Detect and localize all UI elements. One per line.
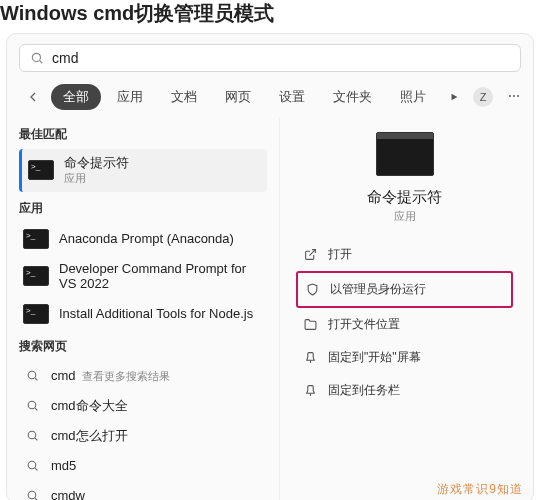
action-pin-start[interactable]: 固定到"开始"屏幕 [296,341,513,374]
open-icon [302,247,318,263]
pin-icon [302,383,318,399]
search-icon [30,51,44,65]
search-icon [23,397,41,415]
action-pin-taskbar[interactable]: 固定到任务栏 [296,374,513,407]
svg-point-8 [28,401,36,409]
preview-title: 命令提示符 [296,188,513,207]
app-row[interactable]: Anaconda Prompt (Anaconda) [19,223,267,255]
web-row[interactable]: cmd命令大全 [19,391,267,421]
best-match-subtitle: 应用 [64,171,129,186]
tab-web[interactable]: 网页 [213,84,263,110]
shield-icon [304,282,320,298]
svg-line-7 [35,378,37,380]
action-run-admin[interactable]: 以管理员身份运行 [296,271,513,308]
app-row[interactable]: Install Additional Tools for Node.js [19,298,267,330]
search-box[interactable] [19,44,521,72]
svg-point-6 [28,371,36,379]
web-title: cmd怎么打开 [51,428,128,444]
web-title: cmdw [51,488,85,500]
overflow-icon[interactable] [507,89,521,106]
svg-line-11 [35,438,37,440]
tab-all[interactable]: 全部 [51,84,101,110]
action-label: 以管理员身份运行 [330,281,426,298]
action-label: 固定到"开始"屏幕 [328,349,421,366]
watermark: 游戏常识9知道 [437,481,523,498]
svg-point-4 [513,95,515,97]
search-window: 全部 应用 文档 网页 设置 文件夹 照片 Z 最佳匹配 命令提示符 应用 [6,33,534,500]
svg-line-1 [40,61,43,64]
app-title: Install Additional Tools for Node.js [59,306,253,322]
app-title: Developer Command Prompt for VS 2022 [59,261,263,292]
preview-thumbnail [376,132,434,176]
web-row[interactable]: md5 [19,451,267,481]
action-label: 固定到任务栏 [328,382,400,399]
results-column: 最佳匹配 命令提示符 应用 应用 Anaconda Prompt (Anacon… [19,118,279,500]
web-title: cmd查看更多搜索结果 [51,368,170,384]
search-icon [23,487,41,500]
svg-point-14 [28,491,36,499]
svg-line-16 [309,250,315,256]
svg-point-3 [509,95,511,97]
app-row[interactable]: Developer Command Prompt for VS 2022 [19,255,267,298]
web-row[interactable]: cmdw [19,481,267,500]
section-apps: 应用 [19,200,267,217]
back-arrow-icon[interactable] [19,85,47,109]
search-icon [23,367,41,385]
tab-settings[interactable]: 设置 [267,84,317,110]
best-match-row[interactable]: 命令提示符 应用 [19,149,267,192]
svg-point-5 [517,95,519,97]
svg-marker-2 [452,93,458,100]
tab-docs[interactable]: 文档 [159,84,209,110]
svg-point-10 [28,431,36,439]
web-title: cmd命令大全 [51,398,128,414]
terminal-icon [23,229,49,249]
tab-apps[interactable]: 应用 [105,84,155,110]
svg-line-9 [35,408,37,410]
avatar[interactable]: Z [473,87,493,107]
web-title: md5 [51,458,76,474]
preview-hero: 命令提示符 应用 [296,124,513,238]
preview-subtitle: 应用 [296,209,513,224]
more-tabs-icon[interactable] [449,90,459,105]
best-match-title: 命令提示符 [64,155,129,171]
action-label: 打开文件位置 [328,316,400,333]
search-input[interactable] [52,50,510,66]
cmd-icon [28,160,54,180]
page-header: Windows cmd切换管理员模式 [0,0,540,33]
web-row[interactable]: cmd查看更多搜索结果 [19,361,267,391]
action-label: 打开 [328,246,352,263]
section-web: 搜索网页 [19,338,267,355]
terminal-icon [23,304,49,324]
terminal-icon [23,266,49,286]
folder-icon [302,317,318,333]
svg-point-0 [32,53,40,61]
pin-icon [302,350,318,366]
tab-bar: 全部 应用 文档 网页 设置 文件夹 照片 Z [19,84,521,110]
web-row[interactable]: cmd怎么打开 [19,421,267,451]
action-open-location[interactable]: 打开文件位置 [296,308,513,341]
tab-folders[interactable]: 文件夹 [321,84,384,110]
tab-photos[interactable]: 照片 [388,84,438,110]
search-icon [23,457,41,475]
app-title: Anaconda Prompt (Anaconda) [59,231,234,247]
action-open[interactable]: 打开 [296,238,513,271]
preview-column: 命令提示符 应用 打开 以管理员身份运行 打开文件位置 固定到"开始"屏幕 [279,118,521,500]
section-best-match: 最佳匹配 [19,126,267,143]
svg-point-12 [28,461,36,469]
svg-line-13 [35,468,37,470]
search-icon [23,427,41,445]
